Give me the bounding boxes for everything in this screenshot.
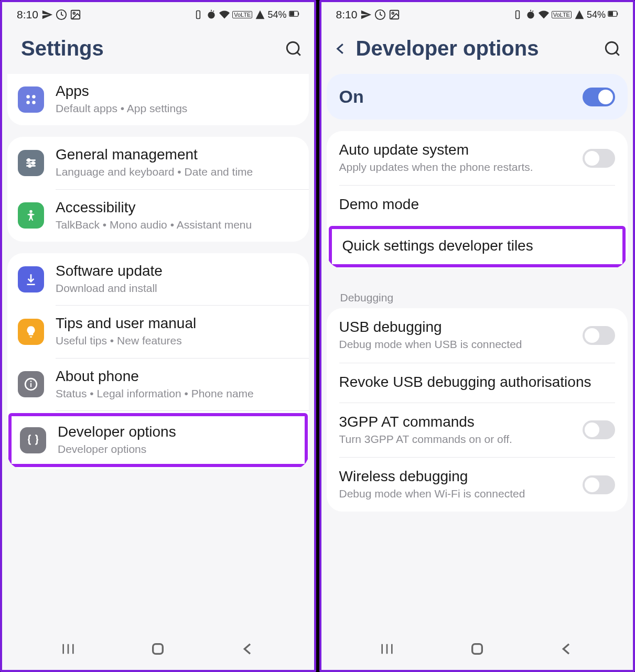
main-toggle-switch[interactable]: [583, 88, 615, 106]
setting-title: Software update: [56, 263, 298, 279]
status-left-icons: [41, 9, 81, 20]
phone-developer-options: 8:10 VoLTE 54% Developer options O: [319, 0, 636, 672]
setting-sub: Developer options: [58, 442, 296, 457]
page-title: Developer options: [356, 37, 604, 60]
status-battery-text: 54%: [267, 9, 286, 20]
setting-sub: TalkBack • Mono audio • Assistant menu: [56, 218, 298, 232]
svg-rect-6: [289, 12, 294, 16]
setting-developer-options[interactable]: Developer options Developer options: [12, 416, 305, 464]
setting-sub: Debug mode when Wi-Fi is connected: [339, 486, 572, 501]
dev-main-toggle-row[interactable]: On: [327, 74, 628, 120]
highlight-quick-tiles: Quick settings developer tiles: [329, 226, 626, 267]
status-battery-text: 54%: [587, 9, 606, 20]
highlight-developer-options: Developer options Developer options: [8, 413, 308, 467]
svg-point-19: [30, 381, 32, 383]
status-time: 8:10: [17, 8, 38, 21]
setting-title: Developer options: [58, 424, 296, 440]
gpp-switch[interactable]: [583, 420, 615, 439]
settings-header: Settings: [2, 24, 314, 74]
svg-point-16: [29, 210, 32, 213]
svg-rect-24: [515, 11, 519, 19]
settings-card-about: Software update Download and install Tip…: [7, 253, 309, 469]
setting-title: Tips and user manual: [56, 315, 298, 332]
accessibility-icon: [18, 202, 44, 229]
setting-title: Accessibility: [56, 199, 298, 216]
nav-recents-icon[interactable]: [379, 641, 395, 657]
main-toggle-label: On: [339, 86, 583, 107]
setting-tips[interactable]: Tips and user manual Useful tips • New f…: [7, 306, 309, 357]
nav-home-icon[interactable]: [149, 641, 166, 657]
page-title: Settings: [21, 37, 285, 60]
svg-rect-7: [298, 13, 299, 15]
svg-rect-20: [153, 644, 163, 654]
svg-point-15: [29, 165, 31, 167]
svg-point-2: [73, 12, 75, 14]
setting-usb-debugging[interactable]: USB debugging Debug mode when USB is con…: [327, 308, 628, 362]
search-icon[interactable]: [604, 40, 621, 58]
setting-wireless-debugging[interactable]: Wireless debugging Debug mode when Wi-Fi…: [327, 458, 628, 512]
setting-3gpp[interactable]: 3GPP AT commands Turn 3GPP AT commands o…: [327, 403, 628, 457]
battery-icon: [608, 9, 618, 20]
setting-apps[interactable]: Apps Default apps • App settings: [7, 74, 309, 125]
svg-point-10: [32, 95, 35, 99]
setting-sub: Useful tips • New features: [56, 333, 298, 348]
setting-accessibility[interactable]: Accessibility TalkBack • Mono audio • As…: [7, 190, 309, 242]
setting-quick-tiles[interactable]: Quick settings developer tiles: [332, 229, 623, 264]
setting-about-phone[interactable]: About phone Status • Legal information •…: [7, 359, 309, 410]
svg-point-25: [527, 12, 534, 18]
setting-sub: Debug mode when USB is connected: [339, 337, 572, 352]
setting-sub: Turn 3GPP AT commands on or off.: [339, 432, 572, 447]
svg-rect-18: [30, 383, 31, 387]
dev-header: Developer options: [321, 24, 633, 74]
setting-sub: Language and keyboard • Date and time: [56, 165, 298, 179]
nav-recents-icon[interactable]: [60, 641, 77, 657]
svg-point-14: [32, 162, 34, 164]
svg-rect-3: [197, 11, 200, 19]
setting-demo-mode[interactable]: Demo mode: [327, 186, 628, 225]
setting-title: Demo mode: [339, 196, 616, 213]
setting-title: 3GPP AT commands: [339, 414, 572, 430]
setting-title: USB debugging: [339, 319, 572, 335]
lightbulb-icon: [18, 319, 44, 345]
wireless-switch[interactable]: [583, 475, 615, 494]
usb-debug-switch[interactable]: [583, 326, 615, 345]
auto-update-switch[interactable]: [583, 149, 615, 168]
setting-title: Auto update system: [339, 142, 572, 158]
section-debugging: Debugging: [327, 280, 628, 308]
nav-home-icon[interactable]: [469, 641, 486, 657]
setting-sub: Status • Legal information • Phone name: [56, 386, 298, 401]
svg-point-12: [32, 101, 35, 104]
phone-settings: 8:10 VoLTE 54% Settings: [0, 0, 316, 672]
status-left-icons: [360, 9, 400, 20]
setting-general-management[interactable]: General management Language and keyboard…: [7, 137, 309, 189]
nav-bar: [321, 628, 633, 670]
dev-card-general: Auto update system Apply updates when th…: [327, 131, 628, 268]
status-right-icons: VoLTE: [193, 9, 265, 20]
svg-point-4: [208, 12, 215, 18]
search-icon[interactable]: [285, 40, 303, 58]
setting-sub: Default apps • App settings: [56, 101, 298, 116]
settings-content: Apps Default apps • App settings General…: [2, 74, 314, 628]
download-icon: [18, 266, 44, 292]
svg-rect-28: [617, 13, 618, 15]
setting-revoke-usb[interactable]: Revoke USB debugging authorisations: [327, 363, 628, 403]
svg-point-23: [392, 12, 394, 14]
setting-sub: Download and install: [56, 281, 298, 296]
settings-sliders-icon: [18, 150, 44, 176]
nav-back-icon[interactable]: [240, 641, 256, 657]
settings-card-apps: Apps Default apps • App settings: [7, 74, 309, 125]
back-icon[interactable]: [333, 41, 349, 57]
dev-card-debugging: USB debugging Debug mode when USB is con…: [327, 308, 628, 512]
setting-auto-update[interactable]: Auto update system Apply updates when th…: [327, 131, 628, 185]
code-braces-icon: [20, 427, 46, 453]
setting-title: General management: [56, 146, 298, 163]
nav-back-icon[interactable]: [558, 641, 575, 657]
apps-icon: [18, 86, 44, 113]
battery-icon: [289, 9, 299, 20]
dev-content: On Auto update system Apply updates when…: [321, 74, 633, 628]
setting-software-update[interactable]: Software update Download and install: [7, 253, 309, 305]
settings-card-general: General management Language and keyboard…: [7, 137, 309, 242]
status-bar: 8:10 VoLTE 54%: [321, 2, 633, 24]
status-bar: 8:10 VoLTE 54%: [2, 2, 314, 24]
setting-title: Revoke USB debugging authorisations: [339, 374, 616, 391]
